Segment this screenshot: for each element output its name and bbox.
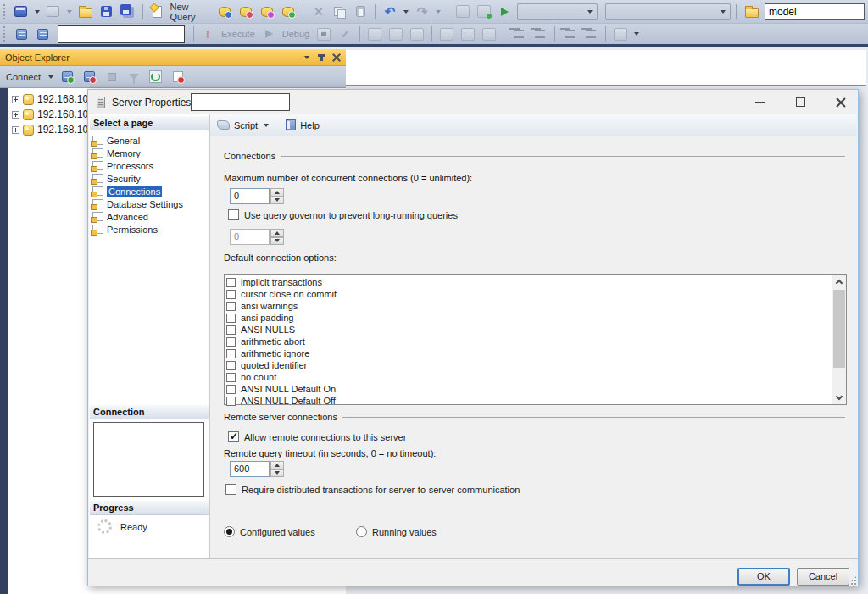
option-row[interactable]: ansi padding <box>226 312 829 324</box>
option-checkbox[interactable] <box>226 349 236 358</box>
new-query-button[interactable] <box>147 3 166 21</box>
comment-lines-button[interactable] <box>509 25 528 43</box>
spin-up-button[interactable] <box>270 461 284 469</box>
expand-plus-icon[interactable] <box>12 96 19 103</box>
query-governor-checkbox[interactable] <box>228 209 239 220</box>
decrease-indent-button[interactable] <box>560 25 579 43</box>
connect-object-explorer-button[interactable] <box>58 68 77 86</box>
undo-dropdown-caret-icon[interactable] <box>403 10 409 14</box>
close-panel-icon[interactable] <box>332 53 341 62</box>
cut-button[interactable] <box>309 3 327 21</box>
option-row[interactable]: ANSI NULLS <box>226 324 829 336</box>
redo-button[interactable]: ↷ <box>413 3 431 21</box>
stop-button[interactable] <box>103 68 121 86</box>
search-database-input[interactable] <box>765 3 865 20</box>
scroll-up-button[interactable] <box>832 275 846 288</box>
export-image-button[interactable] <box>475 3 493 21</box>
minimize-button[interactable] <box>748 94 771 110</box>
analysis-services-xmla-button[interactable] <box>279 3 298 21</box>
debug-button[interactable] <box>260 25 279 43</box>
option-checkbox[interactable] <box>226 361 236 370</box>
option-checkbox[interactable] <box>226 397 236 406</box>
query-options-button[interactable] <box>387 25 405 43</box>
change-connection-button[interactable] <box>33 25 52 43</box>
save-all-button[interactable] <box>119 3 137 21</box>
execute-label[interactable]: Execute <box>221 29 255 39</box>
intellisense-button[interactable] <box>408 25 426 43</box>
analysis-services-dmx-button[interactable] <box>258 3 276 21</box>
option-row[interactable]: ANSI NULL Default On <box>226 383 829 395</box>
configured-values-radio[interactable] <box>224 526 235 537</box>
page-item[interactable]: Connections <box>91 185 208 197</box>
option-row[interactable]: arithmetic abort <box>226 336 829 347</box>
new-query-label[interactable]: New Query <box>170 2 210 22</box>
page-item[interactable]: Security <box>91 172 208 185</box>
option-checkbox[interactable] <box>226 337 236 347</box>
refresh-button[interactable] <box>147 68 165 86</box>
results-grid-button[interactable] <box>480 25 498 43</box>
toolbar-drag-grip[interactable] <box>3 4 8 19</box>
spin-down-button[interactable] <box>270 237 284 246</box>
new-item-button[interactable] <box>12 3 31 21</box>
copy-button[interactable] <box>330 3 348 21</box>
database-combobox[interactable] <box>58 25 185 43</box>
toolbar-overflow-caret-icon[interactable] <box>634 32 639 36</box>
save-button[interactable] <box>97 3 116 21</box>
remote-timeout-value[interactable]: 600 <box>230 461 270 477</box>
disconnect-button[interactable] <box>81 68 99 86</box>
maximize-button[interactable] <box>788 94 812 110</box>
toolbar-combobox-2[interactable] <box>605 3 731 20</box>
spin-down-button[interactable] <box>270 197 284 205</box>
page-item[interactable]: Permissions <box>91 223 208 236</box>
script-caret-icon[interactable] <box>264 124 269 127</box>
ok-button[interactable]: OK <box>737 568 790 586</box>
option-checkbox[interactable] <box>226 314 236 323</box>
new-item-dropdown-caret-icon[interactable] <box>35 10 40 14</box>
spin-up-button[interactable] <box>270 188 284 197</box>
display-estimated-plan-button[interactable] <box>365 25 384 43</box>
analysis-services-mdx-button[interactable] <box>236 3 255 21</box>
require-dtc-checkbox[interactable] <box>225 484 236 495</box>
increase-indent-button[interactable] <box>581 25 600 43</box>
page-item[interactable]: Database Settings <box>91 197 208 210</box>
option-row[interactable]: implicit transactions <box>226 276 829 288</box>
spin-down-button[interactable] <box>270 469 284 478</box>
parse-button[interactable]: ✓ <box>336 25 354 43</box>
window-position-caret-icon[interactable] <box>304 56 309 59</box>
page-item[interactable]: Memory <box>91 147 208 159</box>
redo-dropdown-caret-icon[interactable] <box>436 10 441 14</box>
help-button[interactable]: Help <box>300 120 320 130</box>
window-layout-caret-icon[interactable] <box>67 10 72 14</box>
option-checkbox[interactable] <box>226 290 236 299</box>
option-row[interactable]: quoted identifier <box>226 359 829 371</box>
option-checkbox[interactable] <box>226 302 236 311</box>
client-statistics-button[interactable] <box>459 25 477 43</box>
undo-button[interactable]: ↶ <box>381 3 399 21</box>
uncomment-lines-button[interactable] <box>531 25 549 43</box>
script-wizard-button[interactable] <box>169 68 187 86</box>
cancel-query-button[interactable] <box>314 25 333 43</box>
specify-values-button[interactable] <box>611 25 630 43</box>
close-button[interactable] <box>829 94 853 110</box>
option-checkbox[interactable] <box>226 373 236 382</box>
option-checkbox[interactable] <box>226 325 236 335</box>
page-item[interactable]: Advanced <box>91 210 208 223</box>
debug-label[interactable]: Debug <box>282 29 309 39</box>
window-layout-button[interactable] <box>44 3 63 21</box>
option-row[interactable]: ANSI NULL Default Off <box>226 395 829 407</box>
option-checkbox[interactable] <box>226 385 236 394</box>
spin-up-button[interactable] <box>270 229 284 237</box>
start-button[interactable] <box>496 3 515 21</box>
filter-button[interactable] <box>125 68 143 86</box>
listbox-scrollbar[interactable] <box>832 275 846 404</box>
cancel-button[interactable]: Cancel <box>797 568 849 586</box>
query-governor-value[interactable]: 0 <box>230 229 270 245</box>
connect-menu-button[interactable]: Connect <box>6 72 41 82</box>
option-row[interactable]: ansi warnings <box>226 300 829 312</box>
include-actual-plan-button[interactable] <box>437 25 456 43</box>
option-checkbox[interactable] <box>226 278 236 287</box>
connect-caret-icon[interactable] <box>48 75 53 79</box>
activity-monitor-button[interactable] <box>453 3 472 21</box>
paste-button[interactable] <box>351 3 370 21</box>
expand-plus-icon[interactable] <box>12 126 19 134</box>
